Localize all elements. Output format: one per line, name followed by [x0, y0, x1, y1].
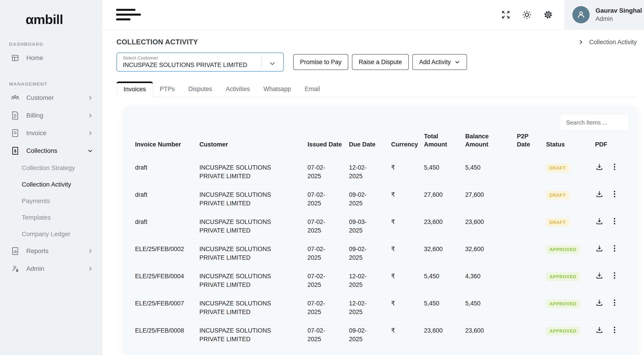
promise-to-pay-button[interactable]: Promise to Pay	[293, 54, 348, 70]
cell-issued-date: 07-02-2025	[308, 272, 333, 289]
sidebar-subitem-collection-strategy[interactable]: Collection Strategy	[0, 160, 102, 176]
settings-gear-icon[interactable]	[543, 9, 553, 20]
cell-issued-date: 07-02-2025	[308, 245, 333, 262]
cell-invoice-number: draft	[135, 163, 200, 181]
sidebar-subitem-collection-activity[interactable]: Collection Activity	[0, 176, 102, 193]
cell-currency: ₹	[391, 163, 424, 181]
select-divider	[261, 57, 262, 67]
row-menu-icon[interactable]	[613, 244, 616, 253]
customer-select[interactable]: Select Customer INCUSPAZE SOLUTIONS PRIV…	[116, 52, 284, 71]
sidebar-item-reports[interactable]: Reports	[0, 242, 102, 260]
cell-balance-amount: 5,450	[465, 299, 517, 317]
col-p2p-date: P2P Date	[517, 132, 535, 149]
cell-p2p-date	[517, 218, 546, 235]
table-header: Invoice Number Customer Issued Date Due …	[135, 132, 628, 158]
sidebar-item-home[interactable]: Home	[0, 49, 102, 67]
breadcrumb: Collection Activity	[578, 39, 637, 46]
download-pdf-icon[interactable]	[595, 244, 604, 253]
sidebar-item-label: Admin	[26, 265, 44, 272]
user-name: Gaurav Singhal	[596, 6, 642, 15]
cell-due-date: 12-02-2025	[349, 272, 374, 289]
cell-due-date: 09-02-2025	[349, 327, 374, 344]
cell-customer: INCUSPAZE SOLUTIONS PRIVATE LIMITED	[200, 245, 300, 262]
cell-total-amount: 23,600	[424, 218, 465, 235]
add-activity-label: Add Activity	[419, 59, 451, 66]
cell-invoice-number: ELE/25/FEB/0004	[135, 272, 200, 289]
cell-customer: INCUSPAZE SOLUTIONS PRIVATE LIMITED	[200, 191, 300, 208]
row-menu-icon[interactable]	[613, 217, 616, 226]
sidebar: αmbill DASHBOARD Home MANAGEMENT Custome…	[0, 0, 102, 355]
brand-logo[interactable]: αmbill	[0, 0, 102, 27]
row-menu-icon[interactable]	[613, 190, 616, 198]
download-pdf-icon[interactable]	[595, 190, 604, 198]
svg-text:$: $	[14, 149, 16, 153]
page-title: COLLECTION ACTIVITY	[116, 38, 198, 46]
sidebar-section-dashboard: DASHBOARD	[9, 41, 102, 47]
download-pdf-icon[interactable]	[595, 271, 604, 280]
sidebar-item-collections[interactable]: $ Collections	[0, 142, 102, 160]
cell-total-amount: 5,450	[424, 163, 465, 181]
cell-invoice-number: ELE/25/FEB/0007	[135, 299, 200, 317]
menu-icon[interactable]	[116, 9, 141, 20]
table-row: ELE/25/FEB/0004 INCUSPAZE SOLUTIONS PRIV…	[135, 267, 628, 294]
tab-email[interactable]: Email	[298, 82, 327, 97]
tab-activities[interactable]: Activities	[219, 82, 257, 97]
download-pdf-icon[interactable]	[595, 163, 604, 171]
search-input[interactable]	[560, 115, 628, 130]
tab-invoices[interactable]: Invoices	[116, 81, 153, 97]
cell-total-amount: 27,600	[424, 191, 465, 208]
chevron-down-icon	[87, 148, 93, 154]
row-menu-icon[interactable]	[613, 326, 616, 334]
cell-total-amount: 5,450	[424, 299, 465, 317]
cell-due-date: 09-02-2025	[349, 245, 374, 262]
light-mode-icon[interactable]	[522, 9, 532, 20]
table-row: draft INCUSPAZE SOLUTIONS PRIVATE LIMITE…	[135, 212, 628, 240]
sidebar-item-label: Reports	[26, 248, 48, 255]
table-row: ELE/25/FEB/0008 INCUSPAZE SOLUTIONS PRIV…	[135, 321, 628, 348]
status-badge: DRAFT	[546, 164, 569, 172]
chevron-right-icon	[87, 130, 93, 136]
document-dollar-icon: $	[10, 146, 20, 155]
cell-customer: INCUSPAZE SOLUTIONS PRIVATE LIMITED	[200, 218, 300, 235]
sidebar-item-label: Home	[26, 54, 43, 61]
sidebar-subitem-payments[interactable]: Payments	[0, 193, 102, 209]
sidebar-item-label: Billing	[26, 112, 43, 119]
sidebar-subitem-templates[interactable]: Templates	[0, 209, 102, 226]
customer-select-label: Select Customer	[123, 55, 247, 61]
cell-customer: INCUSPAZE SOLUTIONS PRIVATE LIMITED	[200, 327, 300, 344]
download-pdf-icon[interactable]	[595, 217, 604, 226]
download-pdf-icon[interactable]	[595, 326, 604, 334]
download-pdf-icon[interactable]	[595, 298, 604, 307]
status-badge: APPROVED	[546, 272, 580, 281]
table-row: ELE/25/FEB/0002 INCUSPAZE SOLUTIONS PRIV…	[135, 240, 628, 267]
breadcrumb-item[interactable]: Collection Activity	[589, 39, 637, 46]
cell-issued-date: 07-02-2025	[308, 163, 333, 181]
add-activity-button[interactable]: Add Activity	[412, 54, 467, 70]
cell-currency: ₹	[391, 299, 424, 317]
cell-due-date: 09-02-2025	[349, 191, 374, 208]
cell-balance-amount: 23,600	[465, 327, 517, 344]
raise-dispute-button[interactable]: Raise a Dispute	[352, 54, 409, 70]
sidebar-item-admin[interactable]: Admin	[0, 260, 102, 278]
row-menu-icon[interactable]	[613, 271, 616, 280]
row-menu-icon[interactable]	[613, 163, 616, 171]
fullscreen-icon[interactable]	[501, 10, 511, 20]
tab-ptps[interactable]: PTPs	[153, 82, 182, 97]
cell-invoice-number: draft	[135, 191, 200, 208]
sidebar-item-billing[interactable]: Billing	[0, 107, 102, 124]
cell-currency: ₹	[391, 272, 424, 289]
cell-currency: ₹	[391, 218, 424, 235]
cell-invoice-number: ELE/25/FEB/0008	[135, 327, 200, 344]
cell-issued-date: 07-02-2025	[308, 218, 333, 235]
tab-disputes[interactable]: Disputes	[182, 82, 219, 97]
sidebar-subitem-company-ledger[interactable]: Company Ledger	[0, 226, 102, 242]
sidebar-item-customer[interactable]: Customer	[0, 89, 102, 107]
user-menu[interactable]: Gaurav Singhal Admin	[564, 0, 644, 29]
cell-customer: INCUSPAZE SOLUTIONS PRIVATE LIMITED	[200, 163, 300, 181]
cell-due-date: 09-03-2025	[349, 218, 374, 235]
sidebar-item-invoice[interactable]: Invoice	[0, 124, 102, 142]
col-total-amount: Total Amount	[424, 132, 452, 149]
row-menu-icon[interactable]	[613, 298, 616, 307]
tab-whatsapp[interactable]: Whatsapp	[257, 82, 298, 97]
cell-customer: INCUSPAZE SOLUTIONS PRIVATE LIMITED	[200, 272, 300, 289]
